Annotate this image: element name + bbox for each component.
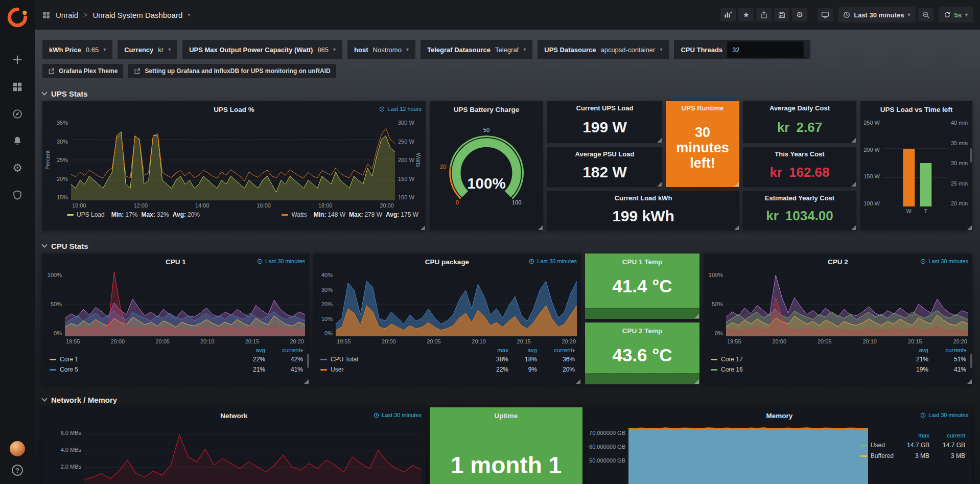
- variable-kwh-price[interactable]: kWh Price 0.65 ▾: [42, 40, 112, 59]
- cpu-package-chart[interactable]: [336, 272, 577, 336]
- scrollbar-thumb[interactable]: [307, 354, 309, 368]
- dashboards-icon[interactable]: [11, 80, 24, 94]
- panel-title[interactable]: Current UPS Load: [547, 101, 662, 114]
- panel-title[interactable]: Network: [220, 412, 247, 420]
- alerting-bell-icon[interactable]: [11, 134, 24, 148]
- legend-item[interactable]: UPS Load Min:17%Max:32%Avg:20%: [67, 211, 200, 218]
- legend-value: 20%: [537, 364, 575, 375]
- dashboard-title-caret-icon[interactable]: ▾: [188, 12, 190, 17]
- legend-color-marker: [860, 445, 867, 446]
- scrollbar-thumb[interactable]: [970, 354, 972, 368]
- configuration-gear-icon[interactable]: ⚙: [11, 162, 24, 175]
- panel-title[interactable]: This Years Cost: [743, 147, 856, 160]
- panel-cpu2-temp: CPU 2 Temp 43.6 °C: [585, 322, 699, 384]
- network-chart[interactable]: [84, 426, 422, 484]
- variable-telegraf-datasource[interactable]: Telegraf Datasource Telegraf ▾: [421, 40, 532, 59]
- variable-value[interactable]: Nostromo: [373, 46, 402, 54]
- panel-title[interactable]: CPU 1: [166, 258, 186, 266]
- panel-title[interactable]: Uptime: [495, 412, 518, 420]
- legend-item[interactable]: Buffered: [860, 451, 894, 462]
- panel-title[interactable]: CPU 2 Temp: [622, 327, 663, 335]
- server-admin-shield-icon[interactable]: [11, 189, 24, 202]
- cpu-threads-input[interactable]: [727, 41, 804, 58]
- panel-title[interactable]: CPU 1 Temp: [622, 258, 663, 266]
- variable-ups-datasource[interactable]: UPS Datasource apcupsd-container ▾: [538, 40, 669, 59]
- ups-load-chart[interactable]: [71, 120, 395, 200]
- star-button[interactable]: ★: [738, 8, 754, 21]
- legend-sort-header[interactable]: max: [896, 431, 929, 440]
- clock-icon: [257, 259, 263, 264]
- legend-item[interactable]: Core 16: [711, 364, 899, 375]
- variable-value[interactable]: kr: [158, 46, 164, 54]
- panel-title[interactable]: Memory: [766, 412, 793, 420]
- legend-item[interactable]: User: [320, 364, 480, 375]
- network-memory-row: Network Last 30 minutes 6.0 MBs 4.0 MBs …: [42, 407, 972, 484]
- panel-title[interactable]: Average PSU Load: [547, 147, 662, 160]
- legend-sort-header[interactable]: avg: [899, 346, 928, 354]
- external-link-icon: [48, 68, 55, 75]
- y-tick: 30 min: [951, 160, 968, 166]
- time-range-picker[interactable]: Last 30 minutes ▾: [838, 7, 915, 22]
- legend-sort-header[interactable]: avg: [508, 346, 537, 354]
- row-header-network-memory[interactable]: Network / Memory: [42, 396, 972, 404]
- y-tick: 35%: [57, 120, 68, 126]
- legend-item[interactable]: Core 17: [711, 354, 899, 364]
- variable-currency[interactable]: Currency kr ▾: [118, 40, 177, 59]
- variable-value[interactable]: Telegraf: [495, 46, 519, 54]
- dashboard-grid-icon[interactable]: [42, 11, 51, 19]
- panel-title[interactable]: Estimated Yearly Cost: [743, 191, 856, 204]
- legend-sort-header[interactable]: current▾: [265, 346, 303, 354]
- link-grafana-plex-theme[interactable]: Grafana Plex Theme: [42, 64, 123, 78]
- variable-label: CPU Threads: [681, 46, 722, 54]
- panel-title[interactable]: CPU 2: [828, 258, 848, 266]
- y-tick: 250 W: [398, 139, 414, 145]
- refresh-picker[interactable]: 5s ▾: [939, 7, 973, 22]
- scrollbar-thumb[interactable]: [970, 148, 972, 163]
- grafana-logo-icon[interactable]: [7, 7, 28, 28]
- breadcrumb-folder[interactable]: Unraid: [56, 11, 78, 19]
- variable-value[interactable]: apcupsd-container: [600, 46, 655, 54]
- stat-value: 199 kWh: [547, 204, 739, 231]
- variable-value[interactable]: 0.65: [86, 46, 99, 54]
- panel-title[interactable]: UPS Runtime: [666, 101, 739, 114]
- ups-bars-chart[interactable]: [883, 120, 948, 206]
- panel-title[interactable]: UPS Load vs Time left: [880, 106, 953, 113]
- legend-item[interactable]: Used: [860, 440, 894, 451]
- user-avatar[interactable]: [10, 441, 25, 456]
- variable-value[interactable]: 865: [317, 46, 329, 54]
- legend-item[interactable]: CPU Total: [320, 354, 480, 364]
- variable-ups-max-output[interactable]: UPS Max Output Power Capacity (Watt) 865…: [182, 40, 342, 59]
- help-icon[interactable]: ?: [12, 465, 23, 476]
- cpu1-chart[interactable]: [65, 272, 305, 336]
- share-button[interactable]: [756, 8, 772, 21]
- legend-item[interactable]: Watts Min:148 WMax:278 WAvg:175 W: [282, 211, 418, 218]
- explore-compass-icon[interactable]: [11, 107, 24, 121]
- create-plus-icon[interactable]: [11, 53, 24, 66]
- panel-title[interactable]: Average Daily Cost: [743, 101, 856, 114]
- legend-sort-header[interactable]: current▾: [928, 346, 966, 354]
- row-header-cpu-stats[interactable]: CPU Stats: [42, 242, 972, 250]
- cpu2-chart[interactable]: [726, 272, 968, 336]
- legend-sort-header[interactable]: current▾: [537, 346, 575, 354]
- add-panel-button[interactable]: [720, 8, 736, 21]
- panel-title[interactable]: CPU package: [425, 258, 469, 266]
- legend-sort-header[interactable]: max: [480, 346, 508, 354]
- legend-item[interactable]: Core 1: [50, 354, 236, 364]
- legend-item[interactable]: Core 5: [50, 364, 236, 375]
- save-button[interactable]: [774, 8, 789, 21]
- cycle-view-tv-button[interactable]: [818, 8, 833, 21]
- panel-title[interactable]: UPS Load %: [214, 106, 254, 113]
- star-icon: ★: [742, 10, 749, 19]
- panel-title[interactable]: UPS Battery Charge: [454, 106, 519, 113]
- zoom-out-button[interactable]: [918, 8, 934, 21]
- dashboard-settings-button[interactable]: ⚙: [792, 8, 807, 21]
- legend-sort-header[interactable]: current: [931, 431, 965, 440]
- memory-chart[interactable]: [628, 426, 868, 484]
- legend-sort-header[interactable]: avg: [236, 346, 265, 354]
- variable-label: UPS Max Output Power Capacity (Watt): [189, 46, 313, 54]
- panel-title[interactable]: Current Load kWh: [547, 191, 739, 204]
- variable-host[interactable]: host Nostromo ▾: [347, 40, 415, 59]
- dashboard-title[interactable]: Unraid System Dashboard: [92, 11, 182, 19]
- row-header-ups-stats[interactable]: UPS Stats: [42, 89, 972, 98]
- link-ups-monitoring-guide[interactable]: Setting up Grafana and InfluxDB for UPS …: [128, 64, 336, 78]
